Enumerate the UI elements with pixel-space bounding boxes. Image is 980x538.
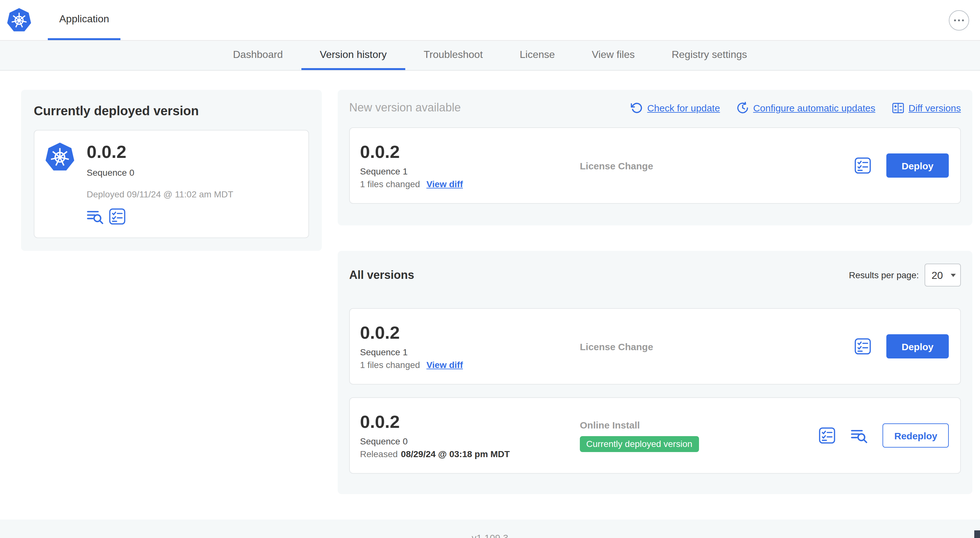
diff-icon [892,102,904,114]
app-footer: v1.109.3 [0,519,980,538]
deploy-button[interactable]: Deploy [886,334,949,359]
tab-label: Dashboard [233,49,283,60]
tab-registry-settings[interactable]: Registry settings [653,41,765,70]
released-timestamp: Released08/29/24 @ 03:18 pm MDT [360,449,580,459]
version-source-label: License Change [580,341,854,352]
app-header: Application [0,0,980,41]
more-options-button[interactable] [949,10,969,30]
version-number: 0.0.2 [360,323,580,343]
tab-troubleshoot[interactable]: Troubleshoot [405,41,501,70]
currently-deployed-title: Currently deployed version [34,104,309,118]
sequence-label: Sequence 0 [87,167,233,178]
tab-label: License [520,49,555,60]
new-version-panel: New version available Check for update [338,90,972,225]
version-source-label: License Change [580,160,854,171]
all-versions-title: All versions [349,268,414,282]
all-versions-header: All versions Results per page: 20 [349,263,961,287]
clock-arrow-icon [737,102,749,114]
tab-label: Version history [320,49,387,60]
files-changed-label: 1 files changed [360,179,420,189]
files-changed-label: 1 files changed [360,360,420,370]
page-scrollbar-thumb[interactable] [974,530,980,538]
footer-version: v1.109.3 [471,532,508,538]
version-actions: Redeploy [819,424,949,448]
currently-deployed-panel: Currently deployed version [21,90,322,251]
view-diff-link[interactable]: View diff [426,179,463,189]
version-actions: Deploy [854,154,949,178]
version-number: 0.0.2 [87,142,233,162]
results-per-page-select-wrap: 20 [924,263,961,287]
kubernetes-logo-icon [6,8,32,33]
version-number: 0.0.2 [360,142,580,162]
configure-automatic-updates-label: Configure automatic updates [753,103,875,113]
new-version-links: Check for update Configure automatic up [630,102,961,114]
sequence-label: Sequence 1 [360,166,580,176]
check-for-update-label: Check for update [647,103,720,113]
ellipsis-icon [954,19,964,21]
deployed-timestamp: Deployed 09/11/24 @ 11:02 am MDT [87,189,233,199]
all-versions-panel: All versions Results per page: 20 [338,251,972,494]
header-spacer [121,0,949,40]
version-actions: Deploy [854,334,949,359]
tab-label: Troubleshoot [424,49,483,60]
version-source: License Change [580,341,854,352]
preflight-checks-button[interactable] [854,338,871,355]
currently-deployed-badge: Currently deployed version [580,436,699,452]
deployed-version-card: 0.0.2 Sequence 0 Deployed 09/11/24 @ 11:… [34,130,309,238]
preflight-checks-button[interactable] [854,157,871,174]
version-number: 0.0.2 [360,412,580,432]
all-versions-list: 0.0.2 Sequence 1 1 files changed View di… [349,308,961,474]
view-diff-link[interactable]: View diff [426,360,463,370]
deploy-button[interactable]: Deploy [886,154,949,178]
main-content: Currently deployed version [0,71,980,494]
tab-license[interactable]: License [501,41,573,70]
diff-versions-link[interactable]: Diff versions [892,102,961,114]
app-tab-label: Application [59,13,109,25]
tab-label: View files [592,49,635,60]
version-source-label: Online Install [580,419,819,430]
version-info: 0.0.2 Sequence 1 1 files changed View di… [360,323,580,370]
sequence-label: Sequence 1 [360,347,580,357]
results-per-page-label: Results per page: [849,270,919,280]
release-notes-button[interactable] [87,208,103,225]
released-prefix: Released [360,449,398,459]
tab-application[interactable]: Application [48,0,121,40]
version-info: 0.0.2 Sequence 1 1 files changed View di… [360,142,580,189]
tab-view-files[interactable]: View files [573,41,654,70]
version-source: Online Install Currently deployed versio… [580,419,819,452]
results-per-page: Results per page: 20 [849,263,961,287]
new-version-title: New version available [349,101,630,114]
new-version-card: 0.0.2 Sequence 1 1 files changed View di… [349,127,961,204]
deployed-version-info: 0.0.2 Sequence 0 Deployed 09/11/24 @ 11:… [87,142,233,225]
tab-label: Registry settings [671,49,747,60]
check-for-update-link[interactable]: Check for update [630,102,720,114]
release-notes-button[interactable] [851,427,867,444]
files-changed-row: 1 files changed View diff [360,360,580,370]
right-column: New version available Check for update [338,90,972,494]
admin-console-page: Application Dashboard Version history Tr… [0,0,980,538]
redeploy-button[interactable]: Redeploy [883,424,949,448]
version-source: License Change [580,160,854,171]
results-per-page-select[interactable]: 20 [924,263,961,287]
rotate-ccw-icon [630,102,643,114]
kubernetes-logo-icon [45,142,75,173]
tab-dashboard[interactable]: Dashboard [215,41,301,70]
tab-version-history[interactable]: Version history [301,41,405,70]
new-version-header: New version available Check for update [349,101,961,114]
version-info: 0.0.2 Sequence 0 Released08/29/24 @ 03:1… [360,412,580,459]
preflight-checks-button[interactable] [819,427,836,444]
diff-versions-label: Diff versions [908,103,961,113]
sequence-label: Sequence 0 [360,436,580,446]
version-row: 0.0.2 Sequence 1 1 files changed View di… [349,308,961,384]
app-subnav: Dashboard Version history Troubleshoot L… [0,41,980,71]
preflight-checks-button[interactable] [109,208,126,225]
configure-automatic-updates-link[interactable]: Configure automatic updates [737,102,875,114]
deployed-version-actions [87,208,233,225]
released-date: 08/29/24 @ 03:18 pm MDT [401,449,510,459]
files-changed-row: 1 files changed View diff [360,179,580,189]
version-row: 0.0.2 Sequence 0 Released08/29/24 @ 03:1… [349,397,961,474]
